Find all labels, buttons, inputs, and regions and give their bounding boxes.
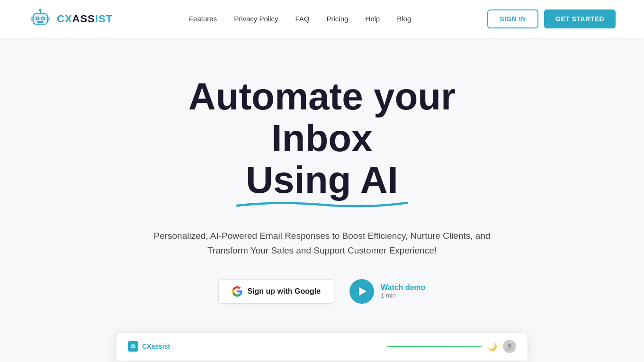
nav-item-blog[interactable]: Blog	[397, 15, 411, 23]
watch-demo-button[interactable]: Watch demo 1 min	[349, 279, 426, 304]
mockup-brand-label: CXassist	[142, 343, 170, 350]
logo-icon	[28, 7, 52, 31]
nav-link-pricing[interactable]: Pricing	[327, 15, 349, 23]
hero-title-line1: Automate your Inbox	[188, 75, 456, 159]
nav-link-privacy[interactable]: Privacy Policy	[234, 15, 278, 23]
google-signup-button[interactable]: Sign up with Google	[218, 279, 334, 304]
nav-item-pricing[interactable]: Pricing	[327, 15, 349, 23]
logo[interactable]: CXASSIST	[28, 7, 113, 31]
svg-rect-10	[47, 17, 50, 21]
mockup-right-controls: 🌙	[387, 340, 516, 353]
svg-rect-9	[31, 17, 33, 21]
hero-title: Automate your Inbox Using AI	[133, 76, 511, 201]
nav-links: Features Privacy Policy FAQ Pricing Help…	[189, 15, 411, 23]
hero-actions: Sign up with Google Watch demo 1 min	[218, 279, 425, 304]
svg-point-12	[508, 344, 511, 347]
title-underline-svg	[232, 199, 412, 209]
nav-link-blog[interactable]: Blog	[397, 15, 411, 23]
watch-demo-duration: 1 min	[381, 292, 426, 299]
watch-demo-label: Watch demo	[381, 283, 426, 292]
play-triangle-icon	[359, 287, 367, 296]
google-signup-label: Sign up with Google	[247, 287, 321, 296]
mockup-moon-icon: 🌙	[488, 342, 497, 351]
mockup-logo-icon	[128, 341, 138, 352]
nav-item-faq[interactable]: FAQ	[295, 15, 309, 23]
mockup-strip: CXassist 🌙	[0, 323, 644, 361]
get-started-button[interactable]: GET STARTED	[544, 9, 616, 28]
mockup-avatar	[503, 340, 516, 353]
avatar-icon	[505, 342, 514, 351]
nav-item-help[interactable]: Help	[365, 15, 380, 23]
hero-section: Automate your Inbox Using AI Personalize…	[0, 38, 644, 323]
navbar: CXASSIST Features Privacy Policy FAQ Pri…	[0, 0, 644, 38]
mockup-window: CXassist 🌙	[116, 332, 528, 361]
google-icon	[232, 286, 242, 297]
nav-actions: SIGN IN GET STARTED	[487, 9, 616, 28]
svg-rect-6	[37, 21, 44, 23]
logo-text: CXASSIST	[57, 13, 113, 25]
hero-title-line2: Using AI	[246, 159, 398, 201]
watch-demo-text: Watch demo 1 min	[381, 283, 426, 299]
nav-link-faq[interactable]: FAQ	[295, 15, 309, 23]
mockup-brand-icon	[130, 343, 136, 350]
svg-rect-11	[131, 344, 135, 348]
play-button[interactable]	[349, 279, 374, 304]
nav-link-help[interactable]: Help	[365, 15, 380, 23]
hero-subtitle: Personalized, AI-Powered Email Responses…	[152, 228, 492, 258]
nav-item-privacy[interactable]: Privacy Policy	[234, 15, 278, 23]
svg-point-8	[39, 9, 42, 11]
mockup-progress-bar	[387, 346, 482, 347]
nav-item-features[interactable]: Features	[189, 15, 217, 23]
sign-in-button[interactable]: SIGN IN	[487, 9, 538, 28]
hero-title-line2-wrapper: Using AI	[246, 159, 398, 201]
mockup-logo: CXassist	[128, 341, 170, 352]
nav-link-features[interactable]: Features	[189, 15, 217, 23]
